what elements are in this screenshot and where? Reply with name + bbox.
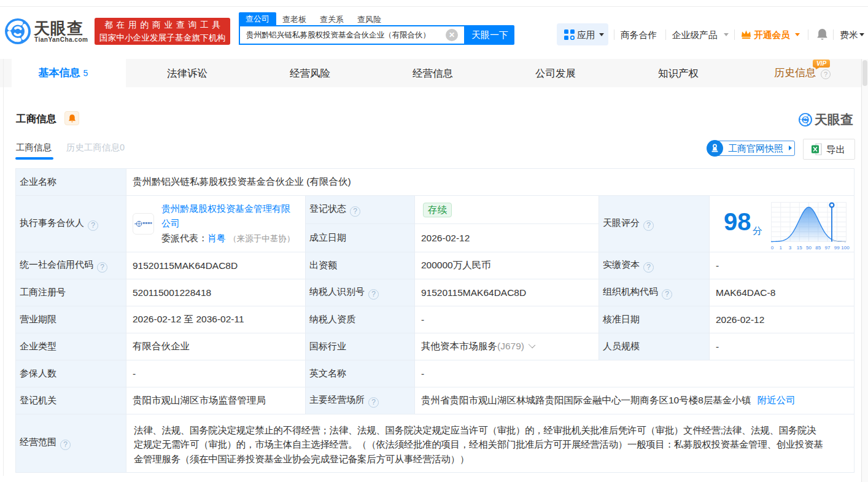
svg-text:15: 15 <box>797 245 802 251</box>
svg-text:85: 85 <box>815 245 821 251</box>
svg-text:99: 99 <box>834 245 840 251</box>
svg-text:1: 1 <box>780 245 783 251</box>
svg-text:50: 50 <box>806 245 812 251</box>
svg-text:100: 100 <box>841 245 850 251</box>
svg-text:3: 3 <box>789 245 792 251</box>
svg-text:97: 97 <box>825 245 831 251</box>
svg-text:0: 0 <box>771 245 774 251</box>
